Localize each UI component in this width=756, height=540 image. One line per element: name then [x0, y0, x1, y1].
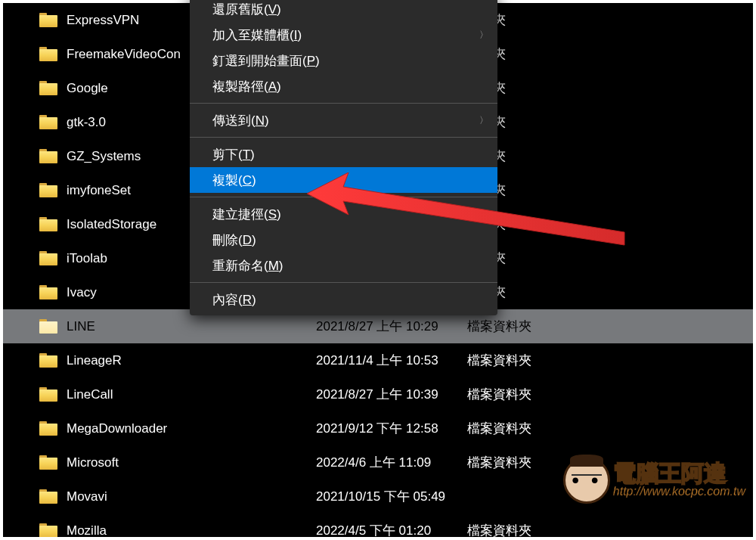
file-type: 檔案資料夾 [467, 318, 531, 335]
file-row[interactable]: LineageR2021/11/4 上午 10:53檔案資料夾 [3, 343, 753, 377]
folder-icon [39, 523, 57, 537]
menu-item[interactable]: 建立捷徑(S) [190, 201, 497, 227]
menu-item-label: 刪除(D) [212, 231, 256, 249]
file-name: LINE [67, 319, 316, 334]
menu-item-label: 還原舊版(V) [212, 1, 281, 18]
file-name: Movavi [67, 489, 316, 504]
folder-icon [39, 47, 57, 61]
folder-icon [39, 421, 57, 436]
menu-item[interactable]: 加入至媒體櫃(I)〉 [190, 22, 497, 48]
menu-item[interactable]: 剪下(T) [190, 141, 497, 167]
file-row[interactable]: Mozilla2022/4/5 下午 01:20檔案資料夾 [3, 514, 753, 537]
menu-item-label: 剪下(T) [212, 146, 255, 163]
file-type: 檔案資料夾 [467, 352, 531, 369]
file-date: 2021/9/12 下午 12:58 [316, 420, 467, 437]
file-date: 2021/10/15 下午 05:49 [316, 488, 467, 505]
menu-separator [190, 197, 497, 197]
menu-item-label: 釘選到開始畫面(P) [212, 52, 320, 70]
menu-item-label: 建立捷徑(S) [212, 206, 281, 223]
menu-item-label: 內容(R) [212, 291, 256, 309]
file-row[interactable]: Movavi2021/10/15 下午 05:49 [3, 479, 753, 514]
menu-item-label: 傳送到(N) [212, 112, 269, 129]
folder-icon [39, 455, 57, 470]
menu-item-label: 複製(C) [212, 172, 256, 189]
menu-item-label: 複製路徑(A) [212, 78, 281, 95]
submenu-arrow-icon: 〉 [479, 29, 488, 42]
folder-icon [39, 183, 57, 197]
file-name: Mozilla [67, 523, 316, 538]
file-date: 2022/4/5 下午 01:20 [316, 522, 467, 537]
menu-separator [190, 282, 497, 283]
folder-icon [39, 353, 57, 368]
file-type: 檔案資料夾 [467, 386, 531, 403]
menu-item[interactable]: 傳送到(N)〉 [190, 107, 497, 133]
folder-icon [39, 285, 57, 299]
menu-item[interactable]: 複製路徑(A) [190, 73, 497, 99]
folder-icon [39, 115, 57, 129]
context-menu: 還原舊版(V)加入至媒體櫃(I)〉釘選到開始畫面(P)複製路徑(A)傳送到(N)… [190, 0, 497, 315]
menu-item[interactable]: 內容(R) [190, 287, 497, 312]
menu-item-label: 重新命名(M) [212, 257, 284, 275]
file-name: MegaDownloader [67, 421, 316, 436]
menu-separator [190, 137, 497, 138]
folder-icon [39, 13, 57, 27]
file-date: 2021/8/27 上午 10:29 [316, 318, 467, 335]
file-name: LineageR [67, 353, 316, 368]
file-row[interactable]: Microsoft2022/4/6 上午 11:09檔案資料夾 [3, 445, 753, 479]
file-name: LineCall [67, 387, 316, 402]
menu-item[interactable]: 釘選到開始畫面(P) [190, 48, 497, 73]
file-type: 檔案資料夾 [467, 522, 531, 537]
menu-item[interactable]: 複製(C) [190, 167, 497, 193]
menu-item[interactable]: 刪除(D) [190, 227, 497, 253]
file-name: Microsoft [67, 455, 316, 470]
submenu-arrow-icon: 〉 [479, 114, 488, 127]
folder-icon [39, 251, 57, 265]
file-type: 檔案資料夾 [467, 420, 531, 437]
file-row[interactable]: LineCall2021/8/27 上午 10:39檔案資料夾 [3, 377, 753, 411]
folder-icon [39, 319, 57, 334]
menu-item-label: 加入至媒體櫃(I) [212, 26, 302, 44]
file-date: 2021/11/4 上午 10:53 [316, 352, 467, 369]
file-date: 2022/4/6 上午 11:09 [316, 454, 467, 471]
folder-icon [39, 149, 57, 163]
file-date: 2021/8/27 上午 10:39 [316, 386, 467, 403]
file-row[interactable]: MegaDownloader2021/9/12 下午 12:58檔案資料夾 [3, 411, 753, 445]
folder-icon [39, 489, 57, 504]
menu-item[interactable]: 還原舊版(V) [190, 0, 497, 22]
menu-separator [190, 103, 497, 104]
folder-icon [39, 81, 57, 95]
folder-icon [39, 387, 57, 402]
folder-icon [39, 217, 57, 231]
menu-item[interactable]: 重新命名(M) [190, 253, 497, 278]
file-type: 檔案資料夾 [467, 454, 531, 471]
